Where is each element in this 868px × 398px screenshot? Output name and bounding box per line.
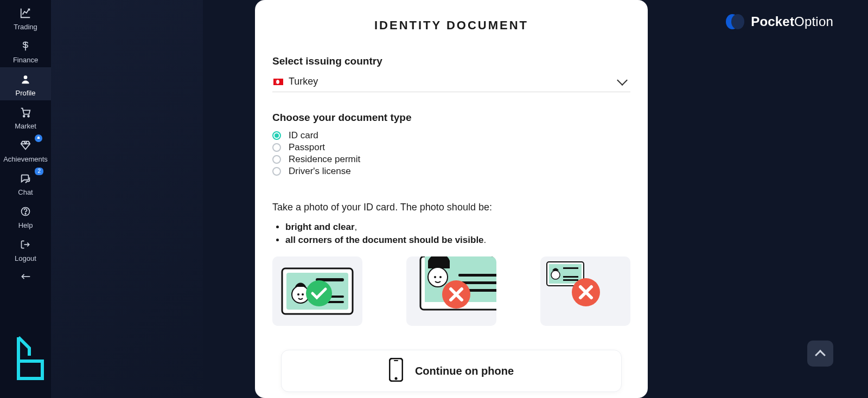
chat-icon: [20, 170, 31, 187]
svg-point-2: [28, 115, 29, 117]
svg-rect-26: [563, 267, 578, 269]
sidebar-item-label: Market: [15, 122, 36, 130]
doctype-label-text: ID card: [289, 130, 318, 141]
flag-turkey-icon: [273, 79, 283, 85]
continue-on-phone-button[interactable]: Continue on phone: [281, 350, 622, 392]
radio-icon: [272, 155, 281, 164]
radio-icon: [272, 131, 281, 140]
main-area: PocketOption IDENTITY DOCUMENT Select is…: [51, 0, 868, 398]
svg-point-8: [297, 293, 299, 296]
chart-line-icon: [20, 4, 31, 22]
sidebar-item-label: Achievements: [3, 155, 48, 163]
svg-point-17: [434, 276, 436, 278]
brand-mark-icon: [726, 13, 743, 30]
chat-count-badge: 2: [35, 168, 43, 175]
cart-icon: [20, 104, 31, 121]
brand-logo: PocketOption: [726, 13, 833, 30]
photo-instruction: Take a photo of your ID card. The photo …: [272, 202, 630, 213]
sidebar-collapse-button[interactable]: [0, 266, 51, 287]
sidebar-item-trading[interactable]: Trading: [0, 1, 51, 34]
phone-icon: [389, 358, 403, 384]
chevron-up-icon: [815, 350, 826, 361]
gem-icon: [20, 137, 31, 154]
logout-icon: [20, 236, 31, 253]
doctype-radio-driver[interactable]: Driver's license: [272, 166, 630, 177]
svg-point-13: [306, 280, 332, 306]
doctype-radio-passport[interactable]: Passport: [272, 142, 630, 153]
sidebar-item-help[interactable]: Help: [0, 200, 51, 233]
country-label: Select issuing country: [272, 55, 630, 67]
sidebar-item-label: Trading: [14, 23, 37, 31]
svg-point-4: [25, 213, 26, 214]
user-icon: [20, 70, 31, 88]
doctype-radio-residence[interactable]: Residence permit: [272, 154, 630, 165]
doctype-radio-idcard[interactable]: ID card: [272, 130, 630, 141]
svg-point-16: [428, 267, 448, 287]
scroll-to-top-button[interactable]: [807, 341, 833, 367]
doctype-radio-group: ID card Passport Residence permit Driver…: [272, 130, 630, 177]
svg-rect-27: [563, 276, 578, 278]
doctype-label-text: Passport: [289, 142, 325, 153]
sidebar-item-label: Finance: [13, 56, 38, 64]
modal-title: IDENTITY DOCUMENT: [272, 18, 630, 33]
sidebar-item-label: Chat: [18, 188, 33, 196]
doctype-label: Choose your document type: [272, 112, 630, 124]
list-item: all corners of the document should be vi…: [285, 235, 630, 246]
doctype-label-text: Driver's license: [289, 166, 351, 177]
country-value: Turkey: [289, 76, 318, 87]
radio-icon: [272, 143, 281, 152]
sidebar-item-chat[interactable]: 2 Chat: [0, 166, 51, 200]
notification-badge: [35, 134, 42, 142]
sidebar: Trading Finance Profile Market: [0, 0, 51, 398]
svg-point-18: [439, 276, 442, 278]
photo-requirements-list: bright and clear, all corners of the doc…: [272, 222, 630, 246]
photo-examples: [272, 256, 630, 326]
svg-point-1: [23, 115, 25, 117]
brand-text: PocketOption: [751, 14, 833, 29]
sidebar-item-label: Help: [18, 221, 33, 229]
sidebar-item-label: Profile: [16, 89, 36, 97]
sidebar-item-logout[interactable]: Logout: [0, 233, 51, 266]
svg-point-0: [24, 75, 28, 79]
svg-rect-28: [563, 279, 578, 281]
corner-logo: [15, 334, 49, 384]
continue-label: Continue on phone: [415, 365, 514, 377]
svg-point-9: [302, 293, 304, 296]
list-item: bright and clear,: [285, 222, 630, 233]
sidebar-item-finance[interactable]: Finance: [0, 34, 51, 67]
svg-rect-19: [458, 274, 496, 277]
example-good: [272, 256, 362, 326]
sidebar-item-label: Logout: [15, 254, 36, 262]
svg-point-25: [551, 271, 560, 279]
chevron-down-icon: [617, 75, 628, 86]
svg-point-32: [394, 377, 397, 380]
sidebar-item-profile[interactable]: Profile: [0, 67, 51, 100]
sidebar-item-market[interactable]: Market: [0, 100, 51, 133]
sidebar-item-achievements[interactable]: Achievements: [0, 133, 51, 166]
svg-rect-33: [394, 360, 398, 361]
dollar-icon: [20, 37, 31, 55]
radio-icon: [272, 167, 281, 176]
example-cropped: [406, 256, 496, 326]
country-select[interactable]: Turkey: [272, 74, 630, 92]
help-icon: [20, 203, 31, 220]
doctype-label-text: Residence permit: [289, 154, 360, 165]
example-small: [540, 256, 630, 326]
identity-document-modal: IDENTITY DOCUMENT Select issuing country…: [255, 0, 648, 398]
